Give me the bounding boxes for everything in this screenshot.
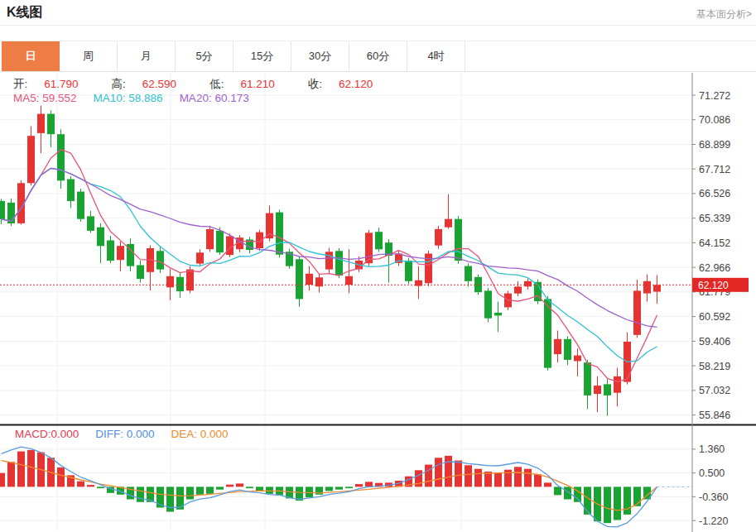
candle-body: [405, 261, 412, 281]
candle-body: [594, 386, 601, 394]
axis-label: 57.032: [699, 385, 730, 396]
candle-body: [107, 241, 114, 261]
axis-label: 55.846: [699, 410, 730, 421]
macd-row-item-2: DEA: 0.000: [171, 428, 229, 440]
macd-bar: [474, 469, 482, 487]
candle-body: [574, 356, 581, 362]
macd-legend: MACD:0.000DIFF: 0.000DEA: 0.000: [15, 428, 245, 440]
axis-label: 70.086: [699, 114, 730, 126]
macd-bar: [604, 486, 611, 523]
macd-bar: [77, 482, 84, 487]
right-axis: 71.27270.08668.89967.71266.52665.33964.1…: [692, 73, 730, 532]
macd-bar: [97, 486, 104, 488]
macd-bar: [514, 467, 522, 486]
macd-bar: [425, 465, 432, 487]
kline-page: K线图 基本面分析> 日周月5分15分30分60分4时 71.27270.086…: [0, 0, 756, 532]
macd-bar: [216, 486, 224, 489]
candle-body: [614, 376, 621, 393]
macd-bar: [206, 486, 214, 493]
candle-body: [97, 228, 104, 247]
axis-label: 0.500: [699, 467, 725, 479]
candle-body: [47, 114, 55, 135]
candle-body: [276, 213, 283, 255]
macd-bar: [335, 486, 343, 489]
macd-bar: [435, 458, 442, 486]
macd-bar: [554, 486, 561, 495]
candle-body: [77, 192, 84, 219]
ma-row-item-2: MA20: 60.173: [180, 92, 249, 104]
macd-bar: [226, 485, 234, 487]
candle-body: [564, 339, 571, 360]
macd-bar: [196, 486, 204, 494]
candle-body: [117, 246, 124, 260]
candle-body: [494, 313, 502, 316]
axis-label: 71.272: [699, 90, 730, 102]
macd-bar: [186, 486, 194, 499]
candle-body: [156, 251, 164, 269]
candle-body: [514, 286, 522, 293]
ma-row-item-0: MA5: 59.552: [13, 92, 77, 104]
candle-body: [445, 219, 452, 228]
candle-body: [27, 136, 35, 183]
macd-bar: [236, 483, 243, 486]
macd-row-item-1: DIFF: 0.000: [95, 428, 154, 440]
axis-label: 62.966: [699, 262, 730, 274]
candle-body: [87, 216, 94, 231]
candles: [0, 106, 661, 416]
candle-body: [365, 232, 373, 263]
macd-bar: [534, 474, 542, 486]
ohlc-row-item-2: 低:61.210: [209, 77, 291, 92]
macd-bar: [345, 486, 353, 488]
candle-body: [57, 134, 65, 180]
ma20-line: [2, 168, 657, 327]
axis-label: -1.220: [699, 515, 728, 527]
last-price-badge-text: 62.120: [698, 280, 729, 291]
macd-bar: [325, 486, 333, 491]
ohlc-row-item-3: 收:62.120: [308, 77, 390, 92]
candle-body: [137, 266, 144, 280]
macd-bar: [624, 486, 631, 515]
macd-bar: [614, 486, 621, 520]
macd-bar: [87, 485, 94, 486]
axis-label: -0.360: [699, 491, 728, 503]
candle-body: [604, 384, 611, 395]
ma-row-item-1: MA10: 58.886: [94, 92, 163, 104]
axis-label: 65.339: [699, 213, 730, 224]
candle-body: [633, 290, 641, 334]
candle-body: [67, 180, 75, 202]
candle-body: [335, 251, 343, 276]
axis-label: 66.526: [699, 188, 730, 199]
candle-body: [554, 339, 561, 354]
macd-bar: [584, 486, 591, 515]
candle-body: [186, 270, 194, 291]
candle-body: [524, 281, 532, 287]
candle-body: [37, 114, 45, 133]
axis-label: 1.360: [699, 443, 725, 455]
ohlc-row-item-1: 高:62.590: [112, 77, 194, 92]
axis-label: 67.712: [699, 164, 730, 175]
gridlines: [0, 73, 692, 530]
macd-bar: [365, 482, 373, 486]
macd-bar: [266, 486, 273, 493]
axis-label: 60.592: [699, 311, 730, 323]
macd-bar: [0, 473, 5, 487]
candle-body: [166, 276, 174, 288]
candle-body: [196, 252, 204, 263]
candle-body: [206, 229, 214, 249]
macd-bar: [544, 482, 551, 486]
macd-bar: [494, 472, 502, 486]
ma-legend: MA5: 59.552MA10: 58.886MA20: 60.173: [13, 92, 266, 104]
candle-body: [484, 290, 492, 318]
candle-body: [216, 231, 224, 252]
axis-label: 58.219: [699, 361, 730, 372]
candle-body: [325, 252, 333, 269]
candle-body: [653, 285, 661, 291]
macd-histogram: [0, 450, 651, 523]
candle-body: [465, 266, 472, 281]
candle-body: [375, 232, 383, 249]
candle-body: [643, 281, 651, 294]
macd-bar: [484, 472, 492, 486]
candle-body: [345, 276, 353, 285]
macd-row-item-0: MACD:0.000: [15, 428, 79, 440]
macd-bar: [7, 462, 15, 486]
